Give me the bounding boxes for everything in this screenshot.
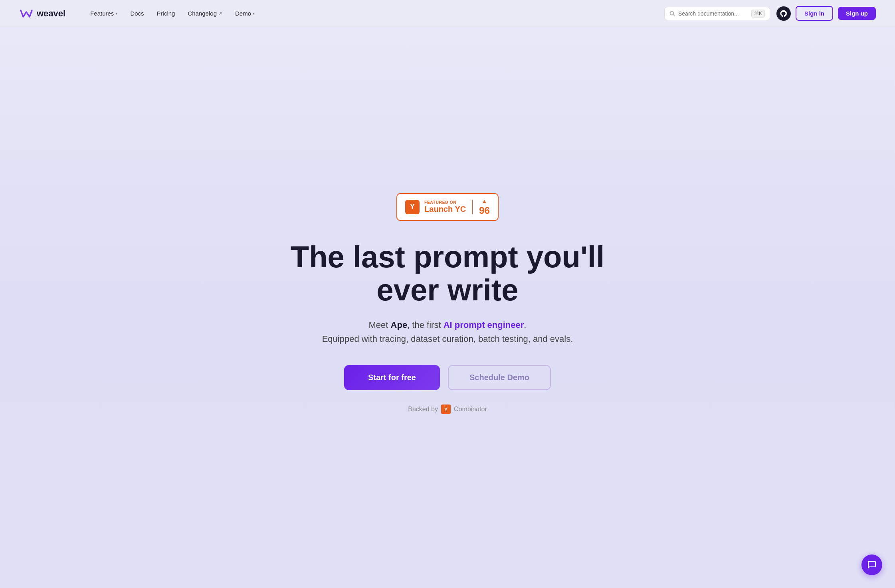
yc-upvote-icon: ▲ xyxy=(482,198,487,204)
yc-badge[interactable]: Y FEATURED ON Launch YC ▲ 96 xyxy=(396,193,499,221)
search-kbd: ⌘K xyxy=(751,10,765,18)
yc-count: 96 xyxy=(479,205,490,216)
nav-changelog[interactable]: Changelog ↗ xyxy=(182,7,228,20)
svg-line-1 xyxy=(673,14,675,16)
navbar: weavel Features ▾ Docs Pricing Changelog… xyxy=(0,0,895,27)
hero-subtitle: Meet Ape, the first AI prompt engineer. … xyxy=(322,318,573,346)
signin-button[interactable]: Sign in xyxy=(796,6,833,21)
start-free-button[interactable]: Start for free xyxy=(344,365,440,390)
backed-suffix: Combinator xyxy=(454,406,487,413)
backed-by: Backed by Y Combinator xyxy=(408,404,487,414)
nav-docs[interactable]: Docs xyxy=(125,7,149,20)
yc-count-section: ▲ 96 xyxy=(479,198,490,216)
backed-prefix: Backed by xyxy=(408,406,438,413)
subtitle-mid: , the first xyxy=(407,320,443,330)
github-icon xyxy=(780,10,788,18)
search-input[interactable] xyxy=(678,10,748,17)
nav-pricing[interactable]: Pricing xyxy=(151,7,181,20)
chevron-down-icon: ▾ xyxy=(115,11,117,16)
yc-divider xyxy=(472,200,473,214)
subtitle-prefix: Meet xyxy=(369,320,391,330)
search-icon xyxy=(669,11,675,16)
subtitle-line2: Equipped with tracing, dataset curation,… xyxy=(322,334,573,344)
yc-logo: Y xyxy=(405,200,420,214)
search-box[interactable]: ⌘K xyxy=(664,7,770,20)
nav-links: Features ▾ Docs Pricing Changelog ↗ Demo… xyxy=(85,7,664,20)
nav-features[interactable]: Features ▾ xyxy=(85,7,123,20)
nav-actions: Sign in Sign up xyxy=(776,6,876,21)
yc-featured-label: FEATURED ON xyxy=(424,200,466,205)
hero-buttons: Start for free Schedule Demo xyxy=(344,365,551,390)
github-button[interactable] xyxy=(776,6,791,21)
yc-badge-text: FEATURED ON Launch YC xyxy=(424,200,466,214)
subtitle-suffix: . xyxy=(524,320,526,330)
signup-button[interactable]: Sign up xyxy=(838,7,876,20)
logo-link[interactable]: weavel xyxy=(19,6,65,21)
hero-section: Y FEATURED ON Launch YC ▲ 96 The last pr… xyxy=(0,27,895,588)
external-link-icon: ↗ xyxy=(218,11,222,16)
chat-support-button[interactable] xyxy=(861,554,882,575)
schedule-demo-button[interactable]: Schedule Demo xyxy=(448,365,551,390)
chat-icon xyxy=(867,560,877,570)
weavel-logo-icon xyxy=(19,6,34,21)
nav-demo[interactable]: Demo ▾ xyxy=(230,7,260,20)
subtitle-bold: Ape xyxy=(391,320,408,330)
chevron-down-icon-demo: ▾ xyxy=(253,11,255,16)
yc-small-logo: Y xyxy=(441,404,451,414)
yc-launch-text: Launch YC xyxy=(424,205,466,214)
hero-title: The last prompt you'll ever write xyxy=(268,240,627,307)
subtitle-highlight: AI prompt engineer xyxy=(444,320,524,330)
logo-text: weavel xyxy=(37,8,65,19)
